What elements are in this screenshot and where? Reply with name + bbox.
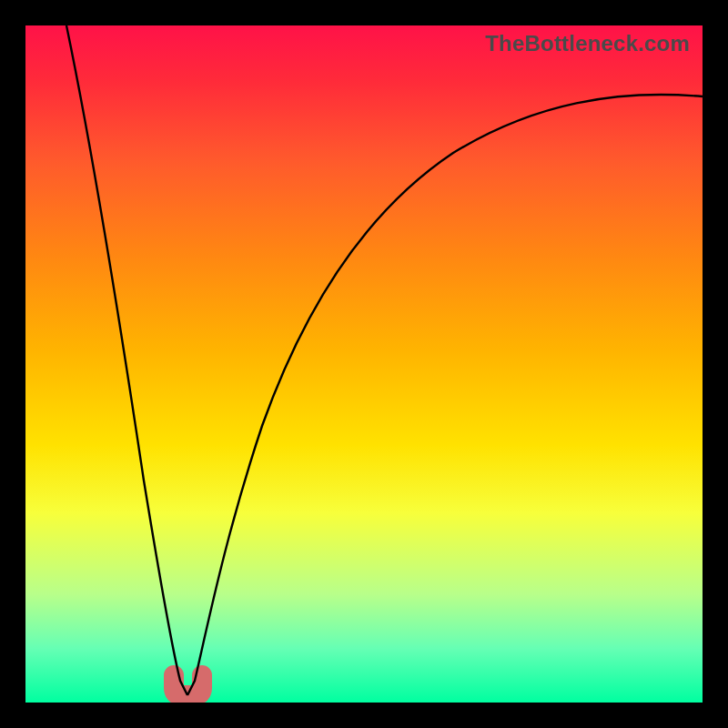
chart-stage: TheBottleneck.com (0, 0, 728, 728)
plot-area: TheBottleneck.com (25, 25, 703, 703)
curve-left-branch (66, 25, 187, 695)
curve-layer (25, 25, 703, 703)
curve-right-branch (187, 95, 703, 695)
